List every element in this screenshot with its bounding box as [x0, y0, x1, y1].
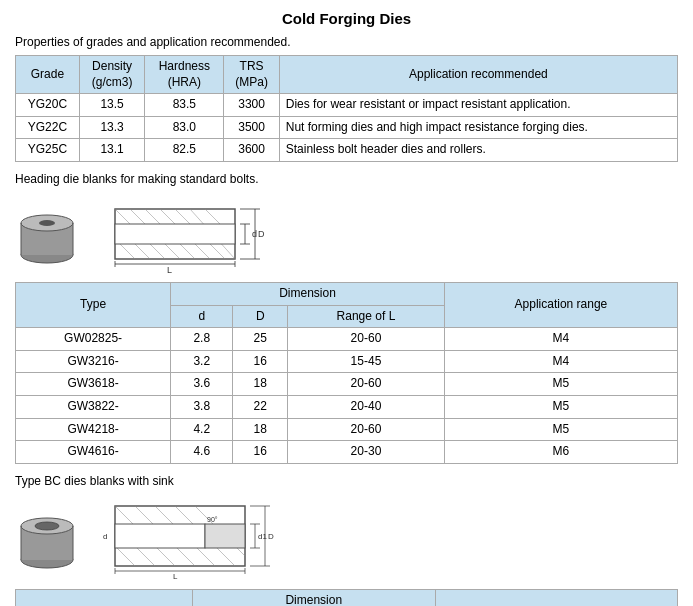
hd-d-header: d: [171, 305, 233, 328]
table-cell: M5: [444, 373, 677, 396]
table-cell: YG25C: [16, 139, 80, 162]
cylinder-icon: [15, 201, 80, 266]
table-cell: 3.6: [171, 373, 233, 396]
table-cell: GW3618-: [16, 373, 171, 396]
table-cell: Stainless bolt header dies and rollers.: [279, 139, 677, 162]
table-cell: 15-45: [288, 350, 445, 373]
table-cell: 83.5: [145, 94, 224, 117]
heading-die-table: Type Dimension Application range d D Ran…: [15, 282, 678, 464]
table-cell: 20-40: [288, 395, 445, 418]
table-cell: M6: [444, 441, 677, 464]
table-cell: YG20C: [16, 94, 80, 117]
svg-text:L: L: [167, 265, 172, 274]
table-cell: 3.8: [171, 395, 233, 418]
density-col-header: Density(g/cm3): [79, 56, 145, 94]
svg-text:90°: 90°: [207, 516, 218, 523]
table-cell: 3600: [224, 139, 279, 162]
table-cell: GW4218-: [16, 418, 171, 441]
svg-point-33: [35, 522, 59, 530]
grades-table: Grade Density(g/cm3) Hardness(HRA) TRS(M…: [15, 55, 678, 162]
table-cell: GW02825-: [16, 328, 171, 351]
svg-rect-46: [205, 524, 245, 548]
hd-dimension-header: Dimension: [171, 282, 445, 305]
table-cell: M4: [444, 328, 677, 351]
svg-point-3: [39, 220, 55, 226]
bc-app-range-header: Application range: [435, 589, 677, 606]
table-cell: 13.3: [79, 116, 145, 139]
page-title: Cold Forging Dies: [15, 10, 678, 27]
table-cell: 3.2: [171, 350, 233, 373]
table-cell: 22: [233, 395, 288, 418]
table-cell: 25: [233, 328, 288, 351]
hardness-col-header: Hardness(HRA): [145, 56, 224, 94]
table-cell: 16: [233, 350, 288, 373]
table-cell: Dies for wear resistant or impact resist…: [279, 94, 677, 117]
table-cell: 20-60: [288, 373, 445, 396]
table-cell: 4.6: [171, 441, 233, 464]
type-bc-diagram: 90° d1 D L d: [15, 496, 678, 581]
table-cell: GW4616-: [16, 441, 171, 464]
svg-text:d: d: [252, 229, 257, 239]
cylinder-sink-icon: [15, 506, 80, 571]
bc-type-header: Type: [16, 589, 193, 606]
svg-line-44: [115, 546, 135, 566]
table-cell: 82.5: [145, 139, 224, 162]
table-cell: YG22C: [16, 116, 80, 139]
table-cell: 20-60: [288, 418, 445, 441]
table-cell: 20-60: [288, 328, 445, 351]
table-cell: GW3822-: [16, 395, 171, 418]
table-cell: 3500: [224, 116, 279, 139]
type-bc-label: Type BC dies blanks with sink: [15, 474, 678, 488]
hd-app-range-header: Application range: [444, 282, 677, 327]
hd-D-header: D: [233, 305, 288, 328]
heading-die-label: Heading die blanks for making standard b…: [15, 172, 678, 186]
table-cell: 3300: [224, 94, 279, 117]
table-cell: 83.0: [145, 116, 224, 139]
svg-text:d: d: [103, 532, 107, 541]
type-bc-drawing: 90° d1 D L d: [95, 496, 295, 581]
svg-rect-45: [115, 524, 205, 548]
table-cell: 2.8: [171, 328, 233, 351]
table-cell: 13.1: [79, 139, 145, 162]
table-cell: 18: [233, 373, 288, 396]
type-bc-table: Type Dimension Application range d D L d…: [15, 589, 678, 606]
grade-col-header: Grade: [16, 56, 80, 94]
svg-text:L: L: [173, 572, 178, 581]
svg-text:D: D: [268, 532, 274, 541]
table-cell: 16: [233, 441, 288, 464]
table-cell: M5: [444, 395, 677, 418]
table-cell: 18: [233, 418, 288, 441]
intro-text: Properties of grades and application rec…: [15, 35, 678, 49]
table-cell: Nut forming dies and high impact resista…: [279, 116, 677, 139]
heading-die-diagram: d D L: [15, 194, 678, 274]
svg-text:d1: d1: [258, 532, 267, 541]
application-col-header: Application recommended: [279, 56, 677, 94]
table-cell: 4.2: [171, 418, 233, 441]
svg-rect-17: [115, 224, 235, 244]
table-cell: 20-30: [288, 441, 445, 464]
hd-range-L-header: Range of L: [288, 305, 445, 328]
heading-die-drawing: d D L: [95, 194, 275, 274]
table-cell: M4: [444, 350, 677, 373]
table-cell: GW3216-: [16, 350, 171, 373]
table-cell: 13.5: [79, 94, 145, 117]
svg-text:D: D: [258, 229, 265, 239]
hd-type-header: Type: [16, 282, 171, 327]
trs-col-header: TRS(MPa): [224, 56, 279, 94]
bc-dimension-header: Dimension: [192, 589, 435, 606]
table-cell: M5: [444, 418, 677, 441]
